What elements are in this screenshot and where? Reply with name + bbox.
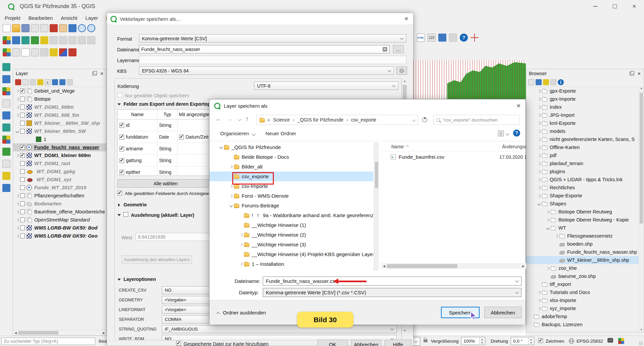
layer-item[interactable]: Bodenarten (13, 200, 106, 208)
layer-visibility-checkbox[interactable] (20, 153, 25, 158)
dialog-titlebar[interactable]: Vektorlayer speichern als... ✕ (107, 13, 413, 25)
help-icon[interactable]: ? (460, 34, 468, 42)
expander-icon[interactable] (14, 154, 20, 157)
open-project-icon[interactable] (12, 24, 20, 32)
layer-item[interactable]: WMS LGRB-BW GK50: Geo (13, 232, 106, 240)
close-panel-icon[interactable]: ✕ (100, 71, 104, 76)
folder-tree-item[interactable]: __Wichtige Hinweise (1) (209, 220, 373, 230)
layer-item[interactable]: WT_DGM1_gpkg (13, 167, 106, 176)
column-name[interactable]: Name (391, 144, 404, 149)
geometry-section-label[interactable]: Geometrie (123, 202, 147, 207)
browser-item[interactable]: adobeTemp (526, 312, 639, 320)
undo-icon[interactable] (50, 36, 58, 44)
print-layout-icon[interactable] (31, 24, 39, 32)
redo-icon[interactable] (59, 36, 67, 44)
nav-history-icon[interactable] (238, 117, 241, 121)
browser-item[interactable]: Fliessgewaessernetz (526, 232, 639, 240)
add-raster-layer-icon[interactable] (2, 75, 10, 83)
layer-options-section-label[interactable]: Layeroptionen (123, 277, 156, 282)
select-all-button[interactable]: Alle wählen (117, 179, 214, 188)
clear-input-icon[interactable]: ✕ (383, 47, 387, 52)
render-checkbox[interactable] (538, 338, 543, 343)
folder-tree-item[interactable]: _QGIS für Pilzfreunde (209, 142, 373, 152)
expander-icon[interactable] (14, 195, 20, 197)
expander-icon[interactable] (536, 307, 542, 310)
layer-item[interactable]: WT_DGM1_rast (13, 159, 106, 167)
dialog-titlebar[interactable]: Layer speichern als ✕ (209, 99, 526, 112)
add-postgis-layer-icon[interactable] (2, 111, 10, 119)
add-xyz-layer-icon[interactable] (2, 160, 10, 168)
expander-icon[interactable] (228, 185, 234, 187)
messages-icon[interactable]: ⋯ (607, 338, 613, 343)
manage-map-themes-icon[interactable] (30, 79, 36, 85)
layer-visibility-checkbox[interactable] (20, 193, 25, 198)
browser-item[interactable]: boeden.shp (526, 240, 639, 248)
new-folder-button[interactable]: Neuer Ordner (265, 131, 296, 136)
expander-icon[interactable] (14, 235, 20, 237)
current-layer-extent-button[interactable]: Ausdehnung des aktuellen Layers (121, 255, 192, 264)
filter-browser-icon[interactable] (543, 79, 549, 85)
menu-item[interactable]: Ansicht (57, 15, 81, 21)
only-selected-checkbox[interactable] (117, 93, 122, 97)
expand-all-icon[interactable] (52, 79, 58, 85)
layer-visibility-checkbox[interactable] (20, 129, 25, 134)
expander-icon[interactable] (218, 146, 224, 148)
filename-combo[interactable]: Funde_feucht_nass_wasser.csv (263, 277, 522, 286)
locator-search-input[interactable] (1, 338, 95, 345)
browser-item[interactable]: gpx-Importe (526, 95, 639, 103)
refresh-icon[interactable] (536, 79, 542, 85)
dialog-close-icon[interactable]: ✕ (404, 16, 408, 22)
replace-values-checkbox[interactable] (117, 191, 122, 195)
copy-features-icon[interactable] (68, 36, 77, 44)
expander-icon[interactable] (14, 106, 20, 108)
layer-visibility-checkbox[interactable] (20, 185, 25, 190)
folder-tree-item[interactable]: Beide Biotope - Docs (209, 152, 373, 162)
browser-item[interactable]: planlauf_terrain (526, 159, 639, 167)
browser-item[interactable]: pdf (526, 151, 639, 159)
float-panel-icon[interactable] (630, 72, 634, 76)
save-edits-icon[interactable] (87, 36, 95, 44)
field-checkbox[interactable] (119, 158, 124, 163)
expander-icon[interactable] (545, 219, 551, 221)
expander-icon[interactable] (536, 146, 542, 149)
browser-item[interactable]: xlsx-Importe (526, 296, 639, 304)
help-button[interactable]: Hilfe (385, 340, 411, 346)
expander-icon[interactable] (14, 90, 20, 92)
pan-to-selection-icon[interactable] (68, 24, 77, 32)
collapse-all-icon[interactable] (59, 79, 65, 85)
expander-icon[interactable] (536, 187, 542, 189)
browser-vscrollbar[interactable]: ▲ ▼ (639, 87, 644, 332)
help-icon[interactable]: ? (513, 130, 520, 137)
layer-visibility-checkbox[interactable] (20, 145, 25, 150)
extent-section-label[interactable]: Ausdehnung (aktuell: Layer) (131, 212, 194, 218)
magnifier-input[interactable]: 100% ▲▼ (461, 337, 485, 345)
plugin-status-icon[interactable] (618, 338, 624, 344)
expander-icon[interactable] (536, 138, 542, 141)
expander-icon[interactable] (536, 154, 542, 157)
layer-visibility-checkbox[interactable] (20, 217, 25, 222)
crosshair-icon[interactable] (470, 34, 479, 42)
use-display-values-checkbox[interactable] (179, 135, 184, 140)
html-annotation-icon[interactable]: HTML (417, 34, 425, 42)
column-modified[interactable]: Änderungsd (502, 144, 526, 149)
browser-item[interactable]: Biotope Oberer Reutweg - Kopie (526, 216, 639, 224)
expander-icon[interactable] (536, 122, 542, 125)
collapse-all-icon[interactable] (550, 79, 556, 85)
layer-item[interactable]: WT_DGM1_668_5m (13, 111, 106, 119)
dialog-close-icon[interactable]: ✕ (516, 103, 521, 109)
browser-item[interactable]: Shape-Exporte (526, 192, 639, 200)
browser-item[interactable]: Index (526, 103, 639, 111)
expander-icon[interactable] (536, 299, 542, 302)
add-selected-layers-icon[interactable] (528, 79, 534, 85)
expander-icon[interactable] (536, 162, 542, 165)
browser-item[interactable]: JPG-Import (526, 111, 639, 119)
add-spatialite-layer-icon[interactable] (2, 123, 10, 132)
folder-tree-item[interactable]: Bilder_alt (209, 162, 373, 171)
add-wfs-layer-icon[interactable] (2, 148, 10, 156)
attribute-table-icon[interactable] (449, 34, 457, 42)
crs-select-button[interactable] (396, 66, 407, 75)
expander-icon[interactable] (536, 291, 542, 294)
expander-icon[interactable] (14, 203, 20, 205)
extent-checkbox[interactable] (123, 212, 128, 217)
browser-item[interactable]: xyz_importe (526, 304, 639, 312)
